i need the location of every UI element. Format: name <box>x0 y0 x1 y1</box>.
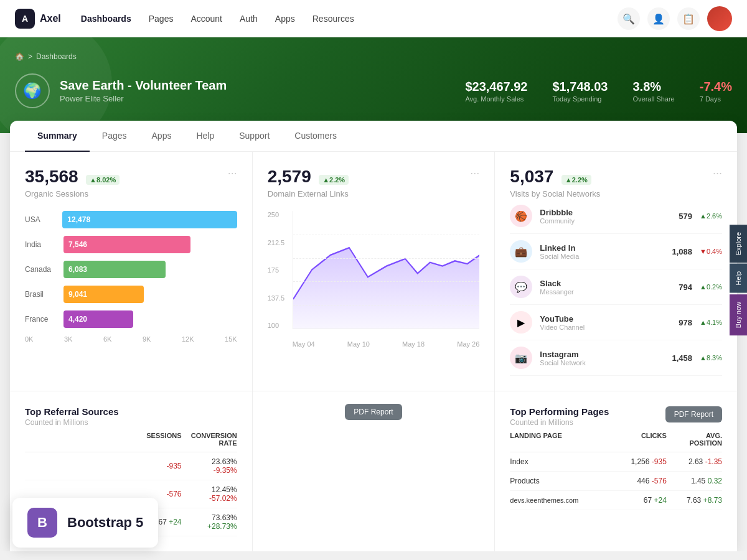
dribbble-icon: 🏀 <box>510 205 532 227</box>
notifications-button[interactable]: 👤 <box>647 7 670 30</box>
monthly-sales-value: $23,467.92 <box>465 80 527 94</box>
linkedin-info: Linked In Social Media <box>540 243 660 260</box>
overall-share-value: 3.8% <box>632 80 674 94</box>
tab-support[interactable]: Support <box>227 121 282 152</box>
bar-axis: 0K3K6K9K12K15K <box>25 335 237 343</box>
7days-label: 7 Days <box>700 95 732 103</box>
line-chart-svg <box>293 211 480 329</box>
top-pages-panel: Top Performing Pages Counted in Millions… <box>495 391 737 551</box>
instagram-icon: 📷 <box>510 347 532 369</box>
hero-info: Save Earth - Volunteer Team Power Elite … <box>60 78 227 103</box>
pdf-panel: PDF Report <box>253 391 495 551</box>
user-avatar[interactable] <box>707 6 732 31</box>
bar-canada: Canada 6,083 <box>25 261 237 278</box>
today-spending-label: Today Spending <box>553 95 608 103</box>
nav-apps[interactable]: Apps <box>275 14 295 24</box>
bar-canada-fill: 6,083 <box>63 261 166 278</box>
tab-pages[interactable]: Pages <box>90 121 139 152</box>
overall-share-label: Overall Share <box>632 95 674 103</box>
referral-subtitle: Counted in Millions <box>25 418 237 427</box>
organic-sessions-badge: ▲8.02% <box>86 175 120 185</box>
tabs: Summary Pages Apps Help Support Customer… <box>10 121 737 152</box>
social-more-btn[interactable]: ··· <box>713 167 722 180</box>
domain-links-badge: ▲2.2% <box>319 175 349 185</box>
nav-dashboards[interactable]: Dashboards <box>81 14 131 24</box>
side-buttons: Explore Help Buy now <box>730 225 747 335</box>
tab-customers[interactable]: Customers <box>282 121 349 152</box>
tab-help[interactable]: Help <box>184 121 227 152</box>
buy-now-button[interactable]: Buy now <box>730 294 747 335</box>
bar-usa-fill: 12,478 <box>62 211 237 228</box>
settings-button[interactable]: 📋 <box>677 7 700 30</box>
nav-links: Dashboards Pages Account Auth Apps Resou… <box>81 14 618 24</box>
monthly-sales-label: Avg. Monthly Sales <box>465 95 527 103</box>
hero-content: 🌍 Save Earth - Volunteer Team Power Elit… <box>15 73 732 108</box>
tab-apps[interactable]: Apps <box>139 121 184 152</box>
social-row-linkedin: 💼 Linked In Social Media 1,088 ▼0.4% <box>510 234 722 269</box>
slack-icon: 💬 <box>510 276 532 298</box>
table-row: Products 446 -576 1.45 0.32 <box>510 472 722 491</box>
social-networks-panel: 5,037 ▲2.2% Visits by Social Networks ··… <box>495 152 737 391</box>
bootstrap-text: Bootstrap 5 <box>67 515 143 531</box>
table-row: devs.keenthemes.com 67 +24 7.63 +8.73 <box>510 491 722 510</box>
social-label: Visits by Social Networks <box>510 189 600 198</box>
bar-india-fill: 7,546 <box>63 236 190 253</box>
bar-brasil: Brasil 9,041 <box>25 286 237 303</box>
top-pages-pdf-btn[interactable]: PDF Report <box>665 406 722 422</box>
youtube-icon: ▶ <box>510 311 532 334</box>
hero-title: Save Earth - Volunteer Team <box>60 78 227 93</box>
nav-pages[interactable]: Pages <box>149 14 174 24</box>
home-icon[interactable]: 🏠 <box>15 52 24 61</box>
7days-value: -7.4% <box>700 80 732 94</box>
pdf-report-button[interactable]: PDF Report <box>345 404 402 420</box>
breadcrumb-separator: > <box>28 52 32 61</box>
domain-links-panel: 2,579 ▲2.2% Domain External Links ··· 25… <box>253 152 495 391</box>
social-value: 5,037 <box>510 167 553 186</box>
nav-resources[interactable]: Resources <box>312 14 354 24</box>
tab-summary[interactable]: Summary <box>25 121 90 152</box>
referral-header: SESSIONS CONVERSION RATE <box>25 427 237 452</box>
social-row-youtube: ▶ YouTube Video Channel 978 ▲4.1% <box>510 305 722 340</box>
explore-button[interactable]: Explore <box>730 225 747 263</box>
bar-usa: USA 12,478 <box>25 211 237 228</box>
search-button[interactable]: 🔍 <box>618 7 640 30</box>
organic-more-btn[interactable]: ··· <box>228 167 237 180</box>
brand[interactable]: A Axel <box>15 9 61 29</box>
bootstrap-icon: B <box>27 508 57 538</box>
bar-france: France 4,420 <box>25 310 237 328</box>
social-badge: ▲2.2% <box>561 175 591 185</box>
chart-x-labels: May 04May 10May 18May 26 <box>293 340 480 348</box>
hero-left: 🌍 Save Earth - Volunteer Team Power Elit… <box>15 73 227 108</box>
table-row: -935 23.63% -9.35% <box>25 452 237 480</box>
today-spending-value: $1,748.03 <box>553 80 608 94</box>
instagram-info: Instagram Social Network <box>540 350 660 366</box>
hero-stat-today-spending: $1,748.03 Today Spending <box>553 80 608 103</box>
breadcrumb: 🏠 > Dashboards <box>15 52 732 61</box>
hero-stats: $23,467.92 Avg. Monthly Sales $1,748.03 … <box>465 80 732 103</box>
slack-info: Slack Messanger <box>540 279 660 296</box>
domain-more-btn[interactable]: ··· <box>470 167 479 180</box>
hero-logo: 🌍 <box>15 73 50 108</box>
help-button[interactable]: Help <box>730 264 747 293</box>
referral-title: Top Referral Sources <box>25 406 237 417</box>
bar-chart: USA 12,478 India 7,546 Canada 6,083 Bras… <box>25 211 237 343</box>
domain-links-value: 2,579 <box>268 167 311 186</box>
top-pages-title: Top Performing Pages <box>510 406 609 417</box>
top-pages-header: LANDING PAGE CLICKS AVG. POSITION <box>510 427 722 452</box>
organic-sessions-value: 35,568 <box>25 167 78 186</box>
social-row-instagram: 📷 Instagram Social Network 1,458 ▲8.3% <box>510 340 722 376</box>
breadcrumb-current: Dashboards <box>36 52 77 61</box>
domain-links-label: Domain External Links <box>268 189 349 198</box>
social-row-dribbble: 🏀 Dribbble Community 579 ▲2.6% <box>510 198 722 234</box>
bar-india: India 7,546 <box>25 236 237 253</box>
line-chart: 250212.5175137.5100 <box>268 211 480 348</box>
chart-area <box>293 211 480 329</box>
hero-stat-7days: -7.4% 7 Days <box>700 80 732 103</box>
organic-sessions-panel: 35,568 ▲8.02% Organic Sessions ··· USA 1… <box>10 152 252 391</box>
navbar: A Axel Dashboards Pages Account Auth App… <box>0 0 747 37</box>
social-row-slack: 💬 Slack Messanger 794 ▲0.2% <box>510 269 722 305</box>
organic-sessions-label: Organic Sessions <box>25 189 120 198</box>
brand-name: Axel <box>40 13 61 24</box>
nav-auth[interactable]: Auth <box>240 14 258 24</box>
nav-account[interactable]: Account <box>190 14 222 24</box>
